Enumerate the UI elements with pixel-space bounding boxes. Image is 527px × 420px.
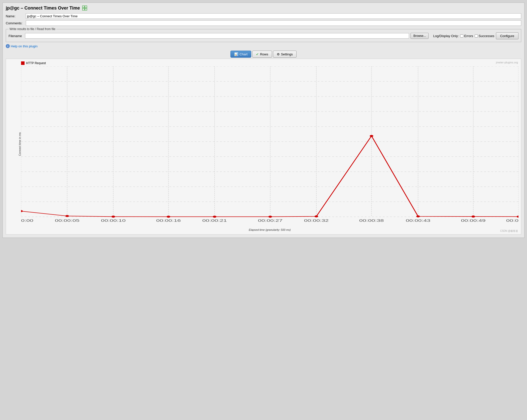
x-axis-label: Elapsed time (granularity: 500 ms) xyxy=(249,228,291,231)
legend-color-box xyxy=(21,61,25,65)
tabs-row: 📊 Chart ✔ Rows ⚙ Settings xyxy=(6,51,521,58)
chart-svg: 0 200 400 600 800 1 000 1 200 1 400 1 60… xyxy=(21,66,518,222)
chart-panel: jmeter-plugins.org HTTP Request Connect … xyxy=(6,59,521,235)
filename-label: Filename xyxy=(9,34,24,38)
y-axis-label: Connect time in ms xyxy=(18,132,21,156)
filename-input[interactable] xyxy=(25,33,409,39)
csdn-watermark: CSDN @极客道 xyxy=(500,229,518,233)
svg-rect-1 xyxy=(85,6,87,8)
help-link-text: Help on this plugin xyxy=(11,44,38,48)
errors-label: Errors xyxy=(464,34,473,38)
info-icon: i xyxy=(6,44,10,48)
successes-checkbox[interactable] xyxy=(475,34,478,38)
successes-label: Successes xyxy=(479,34,494,38)
svg-text:00:00:43: 00:00:43 xyxy=(406,219,430,222)
rows-tab-icon: ✔ xyxy=(256,52,259,56)
chart-tab-icon: 📊 xyxy=(234,52,238,56)
title-row: jp@gc – Connect Times Over Time xyxy=(6,5,521,11)
comments-input[interactable] xyxy=(26,20,521,26)
help-link[interactable]: i Help on this plugin xyxy=(6,44,521,48)
write-results-fieldset: Write results to file / Read from file F… xyxy=(6,27,521,42)
grid-icon xyxy=(82,5,87,11)
rows-tab-label: Rows xyxy=(260,52,268,56)
comments-row: Comments: xyxy=(6,20,521,26)
svg-text:00:00:38: 00:00:38 xyxy=(359,219,384,222)
browse-button[interactable]: Browse... xyxy=(411,33,429,39)
legend-label: HTTP Request xyxy=(26,61,46,65)
chart-area: Connect time in ms Elapsed time (granula… xyxy=(21,66,518,222)
name-label: Name: xyxy=(6,14,26,18)
svg-text:00:00:00: 00:00:00 xyxy=(21,219,33,222)
svg-text:00:00:49: 00:00:49 xyxy=(461,219,485,222)
svg-text:00:00:05: 00:00:05 xyxy=(55,219,79,222)
comments-label: Comments: xyxy=(6,21,26,25)
log-display-label: Log/Display Only: xyxy=(433,34,459,38)
svg-point-57 xyxy=(370,135,373,137)
svg-line-4 xyxy=(83,7,86,9)
svg-text:00:00:16: 00:00:16 xyxy=(156,219,181,222)
tab-chart[interactable]: 📊 Chart xyxy=(230,51,251,58)
errors-checkbox[interactable] xyxy=(460,34,463,38)
chart-legend: HTTP Request xyxy=(21,61,518,65)
svg-text:00:00:27: 00:00:27 xyxy=(258,219,283,222)
svg-point-58 xyxy=(416,216,420,218)
settings-tab-label: Settings xyxy=(281,52,293,56)
svg-point-56 xyxy=(315,216,318,218)
svg-text:00:00:21: 00:00:21 xyxy=(202,219,227,222)
configure-button[interactable]: Configure xyxy=(496,32,518,39)
settings-tab-icon: ⚙ xyxy=(277,52,280,56)
svg-rect-5 xyxy=(21,66,518,217)
log-display-section: Log/Display Only: Errors Successes Confi… xyxy=(433,32,518,39)
chart-watermark: jmeter-plugins.org xyxy=(496,61,518,64)
svg-text:00:00:10: 00:00:10 xyxy=(101,219,125,222)
fieldset-legend: Write results to file / Read from file xyxy=(9,27,56,31)
tab-rows[interactable]: ✔ Rows xyxy=(252,51,272,58)
svg-point-53 xyxy=(167,216,170,218)
page-title: jp@gc – Connect Times Over Time xyxy=(6,6,80,11)
svg-point-59 xyxy=(471,216,475,218)
svg-point-55 xyxy=(269,216,272,218)
svg-text:00:00:32: 00:00:32 xyxy=(304,219,329,222)
name-row: Name: xyxy=(6,13,521,19)
errors-checkbox-label[interactable]: Errors xyxy=(460,34,473,38)
main-container: jp@gc – Connect Times Over Time Name: Co… xyxy=(3,3,524,238)
svg-rect-2 xyxy=(82,8,84,10)
filename-row: Filename Browse... Log/Display Only: Err… xyxy=(9,32,518,39)
svg-point-51 xyxy=(65,215,69,217)
help-row: i Help on this plugin xyxy=(6,44,521,48)
svg-text:00:00:54: 00:00:54 xyxy=(506,219,518,222)
svg-point-52 xyxy=(111,216,115,218)
chart-tab-label: Chart xyxy=(239,52,247,56)
svg-point-54 xyxy=(213,216,216,218)
successes-checkbox-label[interactable]: Successes xyxy=(475,34,494,38)
name-input[interactable] xyxy=(26,13,521,19)
tab-settings[interactable]: ⚙ Settings xyxy=(273,51,297,58)
